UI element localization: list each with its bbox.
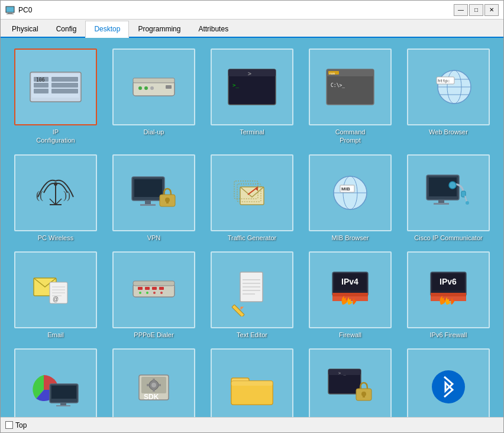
text-editor-icon-wrapper — [211, 251, 293, 328]
svg-point-15 — [144, 86, 148, 90]
email-label: Email — [47, 331, 64, 339]
vpn-label: VPN — [147, 234, 161, 242]
svg-rect-6 — [34, 83, 49, 88]
minimize-button[interactable]: — — [454, 4, 468, 16]
firewall-icon: IPv4 — [324, 263, 377, 316]
app-dialup[interactable]: Dial-up — [105, 44, 203, 150]
svg-rect-102 — [51, 386, 76, 399]
sdk-icon: SDK — [127, 360, 180, 413]
ip-config-icon: 106 — [29, 60, 82, 114]
close-button[interactable]: ✕ — [484, 4, 499, 16]
tab-physical[interactable]: Physical — [3, 21, 47, 38]
top-checkbox[interactable] — [5, 421, 13, 429]
app-folder[interactable] — [203, 344, 301, 417]
dialup-icon — [127, 60, 180, 114]
terminal-label: Terminal — [240, 128, 264, 136]
svg-text:>: > — [248, 70, 251, 77]
cisco-ip-comm-label: Cisco IP Communicator — [414, 234, 482, 242]
command-prompt-label: CommandPrompt — [335, 128, 366, 145]
app-firewall[interactable]: IPv4 Firewall — [301, 247, 399, 344]
app-bluetooth[interactable] — [399, 344, 497, 417]
svg-point-38 — [54, 182, 57, 186]
svg-rect-0 — [6, 7, 14, 12]
tab-config[interactable]: Config — [47, 21, 86, 38]
app-command-prompt[interactable]: run C:\>_ CommandPrompt — [301, 44, 399, 150]
app-other1[interactable] — [7, 344, 105, 417]
email-icon: @ — [29, 263, 82, 316]
other2-icon: > _ — [324, 360, 377, 413]
tab-programming[interactable]: Programming — [129, 21, 189, 38]
web-browser-icon: http: — [422, 60, 475, 114]
svg-rect-74 — [133, 281, 175, 286]
command-prompt-icon-wrapper: run C:\>_ — [309, 49, 392, 125]
svg-text:MIB: MIB — [341, 186, 350, 192]
other1-icon — [29, 360, 82, 413]
app-pc-wireless[interactable]: (( )) PC Wireless — [7, 150, 105, 247]
pc-wireless-icon: (( )) — [29, 166, 82, 219]
app-ipv6-firewall[interactable]: IPv6 IPv6 Firewall — [399, 247, 497, 344]
app-cisco-ip-communicator[interactable]: Cisco IP Communicator — [399, 150, 497, 247]
sdk-icon-wrapper: SDK — [112, 348, 195, 417]
window-icon — [5, 5, 15, 15]
svg-point-80 — [146, 292, 148, 294]
svg-point-81 — [153, 292, 156, 294]
svg-rect-123 — [363, 394, 365, 398]
svg-point-62 — [449, 182, 456, 189]
app-email[interactable]: @ Email — [7, 247, 105, 344]
top-checkbox-wrapper[interactable]: Top — [5, 421, 27, 429]
svg-text:run: run — [329, 71, 335, 76]
app-text-editor[interactable]: Text Editor — [203, 247, 301, 344]
dialup-icon-wrapper — [112, 49, 195, 125]
svg-rect-103 — [60, 403, 66, 405]
svg-rect-42 — [134, 179, 162, 197]
ip-config-label: IPConfiguration — [36, 128, 75, 145]
app-vpn[interactable]: VPN — [105, 150, 203, 247]
app-other2[interactable]: > _ — [301, 344, 399, 417]
svg-rect-117 — [231, 381, 273, 386]
traffic-gen-icon-wrapper — [211, 154, 293, 231]
ipv6-firewall-label: IPv6 Firewall — [430, 331, 467, 339]
svg-text:>_: >_ — [232, 82, 239, 88]
mib-browser-icon: MIB — [324, 166, 377, 219]
app-web-browser[interactable]: http: Web Browser — [399, 44, 497, 150]
svg-rect-104 — [56, 405, 70, 406]
traffic-gen-label: Traffic Generator — [228, 234, 277, 242]
svg-rect-7 — [34, 89, 49, 93]
firewall-icon-wrapper: IPv4 — [309, 251, 392, 328]
app-ip-configuration[interactable]: 106 IPConfiguration — [7, 44, 105, 150]
svg-rect-78 — [159, 287, 164, 290]
svg-rect-111 — [147, 384, 149, 386]
svg-text:)): )) — [63, 189, 70, 202]
email-icon-wrapper: @ — [14, 251, 97, 328]
tab-bar: Physical Config Desktop Programming Attr… — [1, 20, 503, 38]
svg-rect-17 — [166, 85, 172, 89]
title-bar-left: PC0 — [5, 5, 32, 15]
app-sdk[interactable]: SDK — [105, 344, 203, 417]
dialup-label: Dial-up — [144, 128, 164, 136]
app-mib-browser[interactable]: MIB MIB Browser — [301, 150, 399, 247]
tab-desktop[interactable]: Desktop — [85, 21, 129, 38]
svg-rect-77 — [152, 287, 157, 290]
svg-line-64 — [465, 196, 467, 202]
other1-icon-wrapper — [14, 348, 97, 417]
svg-point-108 — [151, 383, 156, 387]
app-traffic-generator[interactable]: Traffic Generator — [203, 150, 301, 247]
svg-text:SDK: SDK — [144, 393, 159, 401]
folder-icon-wrapper — [211, 348, 293, 417]
app-terminal[interactable]: > >_ Terminal — [203, 44, 301, 150]
ip-config-icon-wrapper: 106 — [14, 49, 97, 125]
command-prompt-icon: run C:\>_ — [324, 60, 377, 114]
mib-browser-label: MIB Browser — [332, 234, 369, 242]
other2-icon-wrapper: > _ — [309, 348, 392, 417]
app-pppoe-dialer[interactable]: PPPoE Dialer — [105, 247, 203, 344]
bluetooth-icon — [422, 360, 475, 413]
tab-attributes[interactable]: Attributes — [189, 21, 237, 38]
svg-rect-19 — [228, 69, 276, 76]
svg-rect-43 — [145, 201, 151, 204]
vpn-icon — [127, 166, 180, 219]
vpn-icon-wrapper — [112, 154, 195, 231]
maximize-button[interactable]: □ — [469, 4, 483, 16]
desktop-content: 106 IPConfiguration — [1, 38, 503, 417]
mib-browser-icon-wrapper: MIB — [309, 154, 392, 231]
folder-icon — [225, 360, 279, 413]
